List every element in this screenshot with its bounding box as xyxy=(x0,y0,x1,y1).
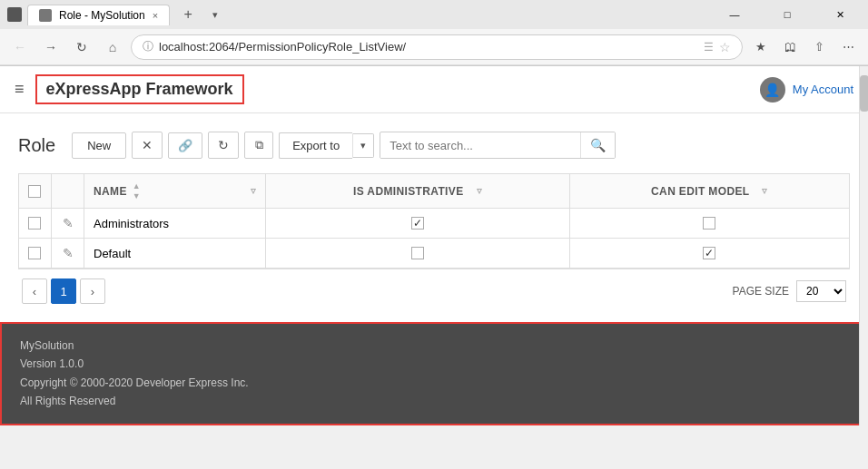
browser-chrome: Role - MySolution × + ▾ — □ ✕ ← → ↻ ⌂ ⓘ … xyxy=(0,0,868,66)
maximize-button[interactable]: □ xyxy=(766,0,808,29)
tab-title: Role - MySolution xyxy=(59,9,145,22)
search-input[interactable] xyxy=(380,133,580,158)
footer-line3: Copyright © 2000-2020 Developer Express … xyxy=(20,374,848,392)
name-filter-icon[interactable]: ▿ xyxy=(251,185,256,197)
app-header: ≡ eXpressApp Framework 👤 My Account xyxy=(0,66,868,113)
copy-button[interactable]: ⧉ xyxy=(244,132,273,159)
page-size-select[interactable]: 20 50 100 xyxy=(796,280,846,302)
content-wrapper: ≡ eXpressApp Framework 👤 My Account Role… xyxy=(0,66,868,425)
window-controls: — □ ✕ xyxy=(714,0,861,29)
col-header-model: CAN EDIT MODEL ▿ xyxy=(569,174,849,209)
search-button[interactable]: 🔍 xyxy=(580,132,615,158)
export-button-group: Export to ▾ xyxy=(279,132,374,159)
forward-button[interactable]: → xyxy=(38,34,64,60)
row1-name-cell: Administrators xyxy=(84,209,266,239)
next-page-button[interactable]: › xyxy=(80,278,105,304)
address-security-icon: ⓘ xyxy=(143,39,153,54)
scrollbar-thumb[interactable] xyxy=(860,75,868,112)
title-bar-left: Role - MySolution × + ▾ xyxy=(7,2,224,27)
row2-checkbox[interactable] xyxy=(28,247,41,259)
nav-actions: ★ 🕮 ⇧ ⋯ xyxy=(748,34,861,60)
col-name-label: NAME xyxy=(94,185,127,198)
title-bar: Role - MySolution × + ▾ — □ ✕ xyxy=(0,0,868,29)
pagination-bar: ‹ 1 › PAGE SIZE 20 50 100 xyxy=(18,269,850,313)
page-size-label: PAGE SIZE xyxy=(733,285,789,298)
page-size-section: PAGE SIZE 20 50 100 xyxy=(733,280,846,302)
close-button[interactable]: ✕ xyxy=(819,0,861,29)
row1-checkbox[interactable] xyxy=(28,217,41,230)
reload-button[interactable]: ↻ xyxy=(69,34,94,60)
reading-list-button[interactable]: 🕮 xyxy=(777,34,803,60)
sort-asc-icon: ▲ xyxy=(133,181,141,191)
tab-favicon xyxy=(39,9,52,22)
back-button[interactable]: ← xyxy=(7,34,33,60)
row2-admin-checkbox[interactable] xyxy=(411,247,424,259)
row1-name: Administrators xyxy=(94,217,169,230)
export-dropdown-button[interactable]: ▾ xyxy=(352,133,374,158)
export-main-button[interactable]: Export to xyxy=(279,132,352,159)
account-section[interactable]: 👤 My Account xyxy=(760,77,853,103)
link-button[interactable]: 🔗 xyxy=(168,132,202,159)
row2-model-cell xyxy=(569,239,849,269)
search-icon: 🔍 xyxy=(590,138,606,152)
row1-model-checkbox[interactable] xyxy=(703,217,715,230)
row1-edit-cell: ✎ xyxy=(52,209,84,239)
account-avatar: 👤 xyxy=(760,77,785,103)
header-row: NAME ▲ ▼ ▿ IS ADMINISTRATIVE ▿ xyxy=(19,174,850,209)
refresh-icon: ↻ xyxy=(218,138,229,152)
vertical-scrollbar[interactable] xyxy=(859,66,868,425)
page-1-button[interactable]: 1 xyxy=(51,278,76,304)
col-header-name: NAME ▲ ▼ ▿ xyxy=(84,174,266,209)
col-header-edit xyxy=(52,174,84,209)
footer-line1: MySolution xyxy=(20,337,848,355)
col-header-checkbox xyxy=(19,174,52,209)
row2-admin-cell xyxy=(266,239,570,269)
row1-admin-checkbox[interactable] xyxy=(411,217,424,230)
copy-icon: ⧉ xyxy=(255,138,263,152)
search-box: 🔍 xyxy=(380,132,616,159)
tab-close-button[interactable]: × xyxy=(153,10,158,21)
col-admin-label: IS ADMINISTRATIVE xyxy=(353,185,463,198)
hamburger-menu-button[interactable]: ≡ xyxy=(15,80,25,99)
row1-checkbox-cell xyxy=(19,209,52,239)
row1-edit-icon[interactable]: ✎ xyxy=(63,216,74,230)
link-icon: 🔗 xyxy=(178,139,192,152)
more-button[interactable]: ⋯ xyxy=(835,34,861,60)
row2-model-checkbox[interactable] xyxy=(703,247,715,259)
delete-button[interactable]: ✕ xyxy=(132,132,163,159)
address-text: localhost:2064/PermissionPolicyRole_List… xyxy=(159,40,698,54)
refresh-button[interactable]: ↻ xyxy=(208,132,239,159)
favorites-button[interactable]: ★ xyxy=(748,34,774,60)
footer-text: MySolution Version 1.0.0 Copyright © 200… xyxy=(20,337,848,411)
account-link[interactable]: My Account xyxy=(793,83,853,96)
active-tab[interactable]: Role - MySolution × xyxy=(27,5,170,25)
address-bar[interactable]: ⓘ localhost:2064/PermissionPolicyRole_Li… xyxy=(131,34,743,60)
row2-name-cell: Default xyxy=(84,239,266,269)
col-model-label: CAN EDIT MODEL xyxy=(651,185,749,198)
browser-icon xyxy=(7,7,22,22)
model-filter-icon[interactable]: ▿ xyxy=(762,185,767,197)
table-header: NAME ▲ ▼ ▿ IS ADMINISTRATIVE ▿ xyxy=(19,174,850,209)
footer-line4: All Rights Reserved xyxy=(20,392,848,410)
row2-checkbox-cell xyxy=(19,239,52,269)
address-bookmark-icon[interactable]: ☆ xyxy=(719,40,731,54)
minimize-button[interactable]: — xyxy=(714,0,755,29)
main-content: Role New ✕ 🔗 ↻ ⧉ Export to ▾ 🔍 xyxy=(0,113,868,322)
footer: MySolution Version 1.0.0 Copyright © 200… xyxy=(0,322,868,425)
admin-filter-icon[interactable]: ▿ xyxy=(477,185,482,197)
footer-line2: Version 1.0.0 xyxy=(20,355,848,373)
prev-page-button[interactable]: ‹ xyxy=(22,278,47,304)
address-reader-icon: ☰ xyxy=(704,41,714,54)
account-avatar-icon: 👤 xyxy=(764,83,780,97)
home-button[interactable]: ⌂ xyxy=(100,34,125,60)
name-sort-icons[interactable]: ▲ ▼ xyxy=(133,181,141,200)
nav-bar: ← → ↻ ⌂ ⓘ localhost:2064/PermissionPolic… xyxy=(0,29,868,65)
sort-desc-icon: ▼ xyxy=(133,191,141,200)
share-button[interactable]: ⇧ xyxy=(806,34,832,60)
row2-edit-icon[interactable]: ✎ xyxy=(63,246,74,260)
new-tab-button[interactable]: + xyxy=(175,2,201,27)
select-all-checkbox[interactable] xyxy=(28,185,41,198)
new-button[interactable]: New xyxy=(72,132,126,159)
table-body: ✎ Administrators xyxy=(19,209,850,269)
tab-dropdown-button[interactable]: ▾ xyxy=(206,5,224,24)
